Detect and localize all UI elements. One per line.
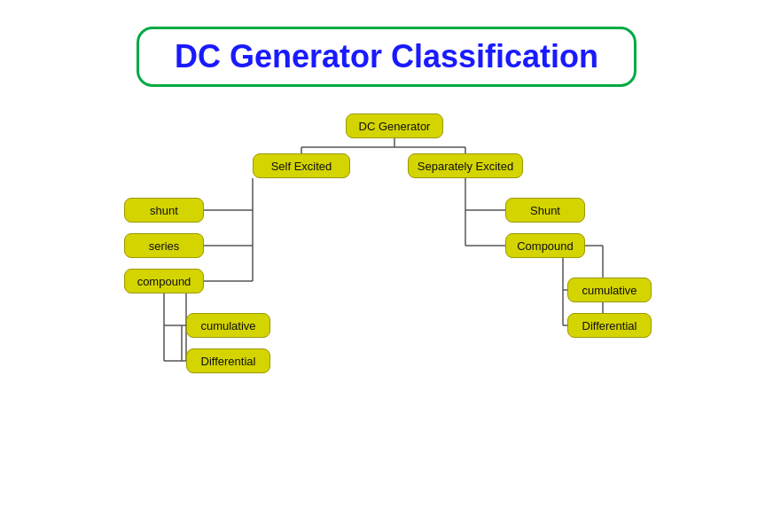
title-box: DC Generator Classification	[137, 27, 636, 87]
node-compound-right: Compound	[505, 233, 585, 258]
node-separately-excited: Separately Excited	[408, 153, 523, 178]
node-differential-left: Differential	[186, 348, 270, 373]
node-shunt-right: Shunt	[505, 198, 585, 223]
node-cumulative-left: cumulative	[186, 313, 270, 338]
node-cumulative-right: cumulative	[567, 278, 652, 302]
node-shunt-left: shunt	[124, 198, 204, 223]
node-self-excited: Self Excited	[253, 153, 350, 178]
connectors-svg	[0, 96, 773, 495]
node-series: series	[124, 233, 204, 258]
node-compound-left: compound	[124, 269, 204, 293]
page-title: DC Generator Classification	[175, 38, 598, 74]
node-dc-generator: DC Generator	[346, 113, 443, 138]
diagram-area: DC Generator Self Excited Separately Exc…	[0, 96, 773, 495]
node-differential-right: Differential	[567, 313, 652, 338]
